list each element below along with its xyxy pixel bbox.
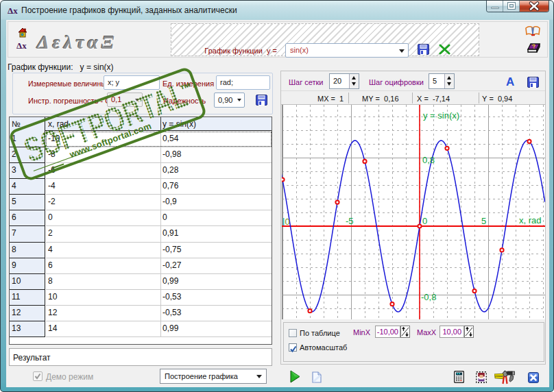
svg-text:0: 0 [285,217,290,227]
svg-text:0,8: 0,8 [422,155,435,165]
svg-text:-5: -5 [346,216,354,226]
svg-text:y = sin(x): y = sin(x) [423,110,459,121]
svg-text:x, rad: x, rad [519,215,542,225]
svg-text:0: 0 [422,216,427,226]
svg-text:-0,8: -0,8 [421,292,436,302]
svg-text:5: 5 [481,216,486,226]
